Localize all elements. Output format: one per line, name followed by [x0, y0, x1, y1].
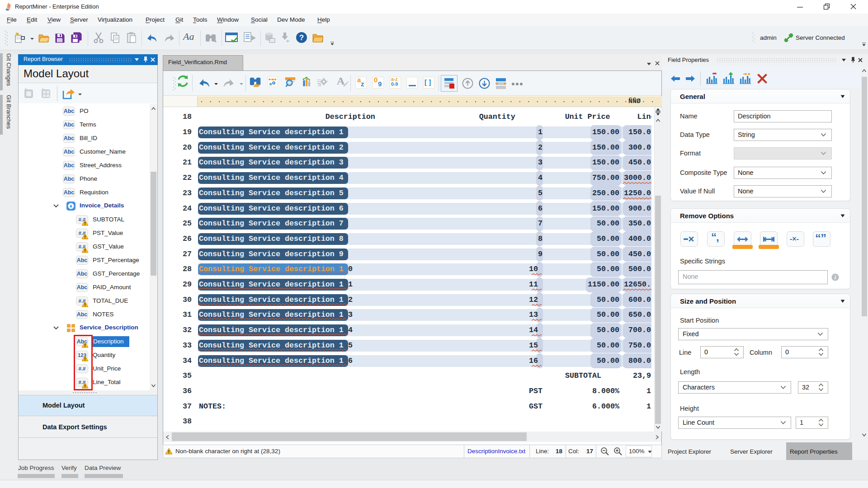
svg-text:i: i	[835, 274, 836, 281]
svg-text:?: ?	[299, 33, 304, 42]
